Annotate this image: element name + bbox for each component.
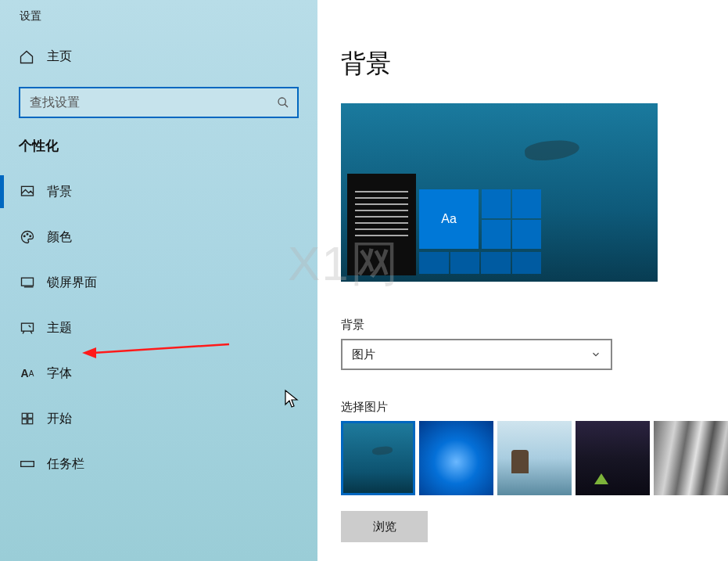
sidebar-item-label: 字体 bbox=[47, 365, 72, 382]
svg-rect-9 bbox=[22, 413, 27, 418]
preview-start-mock: Aa bbox=[347, 174, 543, 275]
image-icon bbox=[19, 183, 36, 200]
sidebar-item-label: 背景 bbox=[47, 184, 72, 200]
home-label: 主页 bbox=[47, 49, 72, 65]
palette-icon bbox=[19, 228, 36, 246]
search-icon bbox=[277, 96, 289, 109]
sidebar-item-label: 开始 bbox=[47, 411, 72, 427]
search-wrap bbox=[19, 87, 299, 118]
preview-tile-sample: Aa bbox=[419, 189, 479, 249]
sidebar-item-fonts[interactable]: AA 字体 bbox=[0, 351, 317, 396]
themes-icon bbox=[19, 319, 36, 336]
home-icon bbox=[19, 49, 34, 65]
sidebar-item-label: 锁屏界面 bbox=[47, 275, 97, 291]
svg-rect-12 bbox=[28, 419, 33, 424]
svg-point-4 bbox=[27, 233, 28, 235]
sidebar-item-label: 任务栏 bbox=[47, 456, 84, 473]
sidebar-item-colors[interactable]: 颜色 bbox=[0, 214, 317, 260]
fonts-icon: AA bbox=[19, 365, 36, 382]
thumbnail-1[interactable] bbox=[341, 421, 415, 495]
thumbnail-2[interactable] bbox=[419, 421, 493, 495]
svg-point-3 bbox=[23, 236, 25, 237]
main-content: 背景 Aa 背景 图片 选择图片 浏览 bbox=[317, 0, 728, 561]
thumbnail-5[interactable] bbox=[654, 421, 728, 495]
svg-rect-11 bbox=[22, 419, 27, 424]
svg-point-0 bbox=[278, 98, 285, 105]
svg-rect-6 bbox=[22, 278, 34, 286]
svg-rect-8 bbox=[22, 323, 34, 331]
search-input[interactable] bbox=[19, 87, 299, 118]
desktop-preview: Aa bbox=[341, 103, 658, 282]
thumbnail-4[interactable] bbox=[576, 421, 650, 495]
app-title: 设置 bbox=[0, 9, 317, 41]
sidebar-item-lockscreen[interactable]: 锁屏界面 bbox=[0, 260, 317, 305]
sidebar-item-label: 主题 bbox=[47, 320, 72, 336]
sidebar-item-start[interactable]: 开始 bbox=[0, 396, 317, 441]
background-field-label: 背景 bbox=[341, 318, 728, 333]
choose-image-label: 选择图片 bbox=[341, 400, 728, 415]
svg-point-5 bbox=[30, 236, 31, 237]
background-type-dropdown[interactable]: 图片 bbox=[341, 339, 612, 370]
lockscreen-icon bbox=[19, 274, 36, 291]
sidebar: 设置 主页 个性化 背景 颜色 锁屏界面 主题 bbox=[0, 0, 317, 561]
sidebar-item-themes[interactable]: 主题 bbox=[0, 305, 317, 351]
sidebar-item-taskbar[interactable]: 任务栏 bbox=[0, 441, 317, 487]
dropdown-value: 图片 bbox=[352, 347, 375, 362]
sidebar-item-label: 颜色 bbox=[47, 229, 72, 246]
chevron-down-icon bbox=[590, 349, 601, 360]
taskbar-icon bbox=[19, 455, 36, 473]
preview-image-content bbox=[524, 138, 580, 162]
svg-line-1 bbox=[285, 104, 288, 107]
thumbnail-3[interactable] bbox=[497, 421, 572, 495]
image-thumbnails bbox=[341, 421, 728, 495]
section-title: 个性化 bbox=[0, 137, 317, 169]
svg-rect-13 bbox=[21, 462, 34, 467]
page-heading: 背景 bbox=[341, 47, 728, 81]
start-icon bbox=[19, 410, 36, 427]
sidebar-item-background[interactable]: 背景 bbox=[0, 169, 317, 214]
browse-button[interactable]: 浏览 bbox=[341, 511, 428, 542]
home-link[interactable]: 主页 bbox=[0, 41, 317, 73]
svg-rect-10 bbox=[28, 413, 33, 418]
